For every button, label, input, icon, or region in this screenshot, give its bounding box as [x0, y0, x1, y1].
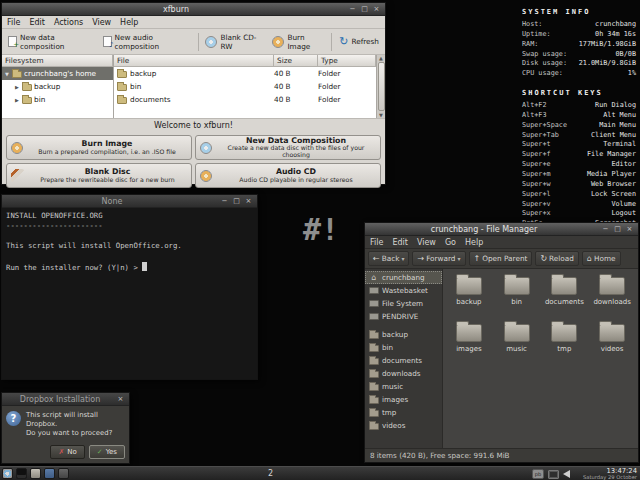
- xfburn-window[interactable]: xfburn − □ × File Edit Actions View Help…: [1, 2, 386, 185]
- taskbar-terminal-window-button[interactable]: [16, 468, 27, 479]
- yes-button[interactable]: ✓ Yes: [89, 445, 125, 459]
- folder-icon: [504, 277, 530, 295]
- menu-file[interactable]: File: [7, 18, 20, 26]
- taskbar-file-manager-window-button[interactable]: [30, 468, 41, 479]
- workspace-indicator[interactable]: 2: [268, 469, 273, 478]
- blank-disc-action-button[interactable]: Blank Disc Prepare the rewriteable disc …: [6, 163, 192, 188]
- clock[interactable]: 13:47:24 Saturday 29 October: [583, 468, 637, 480]
- expander-icon[interactable]: ▶: [14, 84, 20, 90]
- terminal-titlebar[interactable]: None − □ ×: [2, 195, 257, 208]
- sidebar-item-images[interactable]: images: [365, 393, 442, 406]
- burn-image-button[interactable]: Burn Image: [269, 31, 327, 53]
- sidebar-item-wastebasket[interactable]: Wastebasket: [365, 284, 442, 297]
- home-button[interactable]: ⌂ Home: [582, 251, 621, 266]
- sidebar-item-music[interactable]: music: [365, 380, 442, 393]
- maximize-button[interactable]: □: [612, 224, 623, 234]
- close-button[interactable]: ×: [243, 196, 254, 206]
- column-header-file[interactable]: File: [114, 55, 274, 67]
- tree-item-bin[interactable]: ▶ bin: [2, 93, 113, 106]
- maximize-button[interactable]: □: [231, 196, 242, 206]
- menu-actions[interactable]: Actions: [54, 18, 83, 26]
- minimize-button[interactable]: −: [347, 4, 358, 14]
- minimize-button[interactable]: −: [219, 196, 230, 206]
- dialog-titlebar[interactable]: Dropbox Installation ×: [2, 393, 129, 406]
- menu-file[interactable]: File: [370, 238, 383, 246]
- audio-cd-action-button[interactable]: Audio CD Audio CD playable in regular st…: [195, 163, 381, 188]
- taskbar-window-button[interactable]: [58, 468, 69, 479]
- forward-button[interactable]: → Forward ▾: [412, 251, 465, 266]
- reload-button[interactable]: ↻ Reload: [535, 251, 579, 266]
- folder-item-bin[interactable]: bin: [493, 277, 541, 306]
- dropbox-install-dialog[interactable]: Dropbox Installation × ? This script wil…: [1, 392, 130, 464]
- blank-cdrw-button[interactable]: Blank CD-RW: [202, 31, 265, 53]
- sidebar-item-pendrive[interactable]: PENDRIVE: [365, 310, 442, 323]
- menu-edit[interactable]: Edit: [392, 238, 408, 246]
- column-header-type[interactable]: Type: [318, 55, 376, 67]
- expander-icon[interactable]: ▼: [4, 71, 10, 77]
- menu-help[interactable]: Help: [465, 238, 483, 246]
- folder-item-videos[interactable]: videos: [588, 324, 636, 353]
- menu-view[interactable]: View: [92, 18, 111, 26]
- expander-icon[interactable]: ▶: [14, 97, 20, 103]
- refresh-button[interactable]: ↻ Refresh: [336, 34, 382, 49]
- minimize-button[interactable]: −: [600, 224, 611, 234]
- filesystem-column-header[interactable]: Filesystem: [2, 55, 113, 67]
- display-tray-icon[interactable]: [548, 470, 559, 479]
- menu-go[interactable]: Go: [445, 238, 456, 246]
- folder-icon: [117, 97, 127, 104]
- file-row[interactable]: documents 40 B Folder: [114, 93, 376, 106]
- sidebar-item-backup[interactable]: backup: [365, 328, 442, 341]
- folder-item-downloads[interactable]: downloads: [588, 277, 636, 306]
- folder-item-documents[interactable]: documents: [541, 277, 589, 306]
- tree-item-backup[interactable]: ▶ backup: [2, 80, 113, 93]
- sidebar-item-downloads[interactable]: downloads: [365, 367, 442, 380]
- file-manager-window[interactable]: crunchbang - File Manager − □ × File Edi…: [364, 222, 639, 463]
- folder-item-backup[interactable]: backup: [445, 277, 493, 306]
- no-button[interactable]: ✗ No: [50, 445, 84, 459]
- scroll-up-icon[interactable]: ▲: [379, 55, 383, 61]
- close-button[interactable]: ×: [624, 224, 635, 234]
- close-button[interactable]: ×: [115, 394, 126, 404]
- file-manager-titlebar[interactable]: crunchbang - File Manager − □ ×: [365, 223, 638, 236]
- maximize-button[interactable]: □: [359, 4, 370, 14]
- burn-image-action-button[interactable]: Burn Image Burn a prepared compilation, …: [6, 135, 192, 160]
- back-button[interactable]: ← Back ▾: [368, 251, 409, 266]
- folder-item-images[interactable]: images: [445, 324, 493, 353]
- menu-view[interactable]: View: [417, 238, 436, 246]
- menu-help[interactable]: Help: [120, 18, 138, 26]
- xfburn-titlebar[interactable]: xfburn − □ ×: [2, 3, 385, 16]
- sidebar-item-tmp[interactable]: tmp: [365, 406, 442, 419]
- terminal-blank-line: [6, 252, 253, 262]
- sidebar-item-file-system[interactable]: File System: [365, 297, 442, 310]
- terminal-cursor: [142, 262, 147, 271]
- open-parent-button[interactable]: ↑ Open Parent: [469, 251, 533, 266]
- sidebar-item-crunchbang[interactable]: ⌂ crunchbang: [365, 271, 442, 284]
- taskbar-xfburn-window-button[interactable]: [2, 468, 13, 479]
- chevron-down-icon[interactable]: ▾: [458, 255, 461, 262]
- taskbar-dialog-window-button[interactable]: [44, 468, 55, 479]
- chevron-down-icon[interactable]: ▾: [401, 255, 404, 262]
- close-button[interactable]: ×: [371, 4, 382, 14]
- clipboard-tray-icon[interactable]: pb: [532, 469, 544, 479]
- column-header-size[interactable]: Size: [274, 55, 318, 67]
- sidebar-item-bin[interactable]: bin: [365, 341, 442, 354]
- file-manager-view[interactable]: backup bin documents downloads images mu…: [443, 269, 638, 448]
- tree-item-home[interactable]: ▼ crunchbang's home: [2, 67, 113, 80]
- file-row[interactable]: backup 40 B Folder: [114, 67, 376, 80]
- vertical-scrollbar[interactable]: ▲ ▼: [376, 55, 385, 118]
- conky-info-row: Disk usage:21.0MiB/9.8GiB: [522, 59, 636, 69]
- terminal-window[interactable]: None − □ × INSTALL OPENOFFICE.ORG ------…: [1, 194, 258, 380]
- folder-item-music[interactable]: music: [493, 324, 541, 353]
- new-data-composition-button[interactable]: + New data composition: [5, 31, 96, 53]
- new-audio-composition-button[interactable]: ♪ New audio composition: [100, 31, 194, 53]
- volume-tray-icon[interactable]: [563, 470, 570, 478]
- sidebar-item-documents[interactable]: documents: [365, 354, 442, 367]
- scrollbar-thumb[interactable]: [378, 62, 385, 111]
- folder-item-tmp[interactable]: tmp: [541, 324, 589, 353]
- scroll-down-icon[interactable]: ▼: [379, 112, 383, 118]
- menu-edit[interactable]: Edit: [29, 18, 45, 26]
- terminal-output[interactable]: INSTALL OPENOFFICE.ORG -----------------…: [2, 208, 257, 276]
- new-data-composition-action-button[interactable]: New Data Composition Create a new data d…: [195, 135, 381, 160]
- sidebar-item-videos[interactable]: videos: [365, 419, 442, 432]
- file-row[interactable]: bin 40 B Folder: [114, 80, 376, 93]
